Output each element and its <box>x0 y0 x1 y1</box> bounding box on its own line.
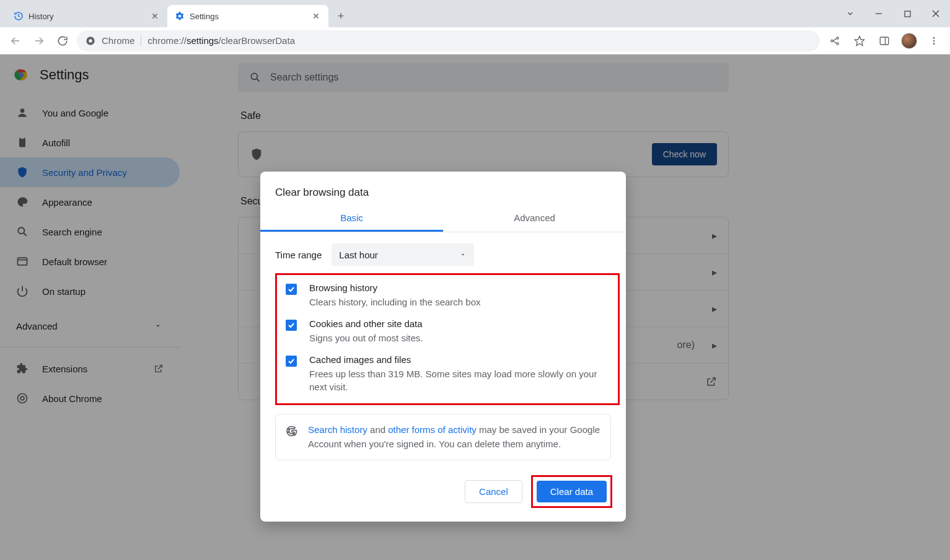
info-text: Search history and other forms of activi… <box>308 423 600 451</box>
svg-point-8 <box>831 40 833 42</box>
profile-avatar[interactable] <box>899 31 919 51</box>
dialog-actions: Cancel Clear data <box>260 460 626 522</box>
tab-history-title: History <box>29 12 145 21</box>
close-icon[interactable]: ✕ <box>150 11 160 21</box>
time-range-row: Time range Last hour <box>260 232 626 273</box>
url-scheme-label: Chrome <box>102 35 134 46</box>
chrome-page-icon <box>86 36 95 46</box>
dialog-title: Clear browsing data <box>260 172 626 206</box>
svg-point-16 <box>933 43 935 45</box>
option-title: Browsing history <box>309 282 481 293</box>
back-button[interactable] <box>6 32 25 50</box>
option-title: Cached images and files <box>309 354 609 365</box>
option-title: Cookies and other site data <box>309 318 423 329</box>
highlight-clear-button: Clear data <box>531 475 612 508</box>
separator <box>141 35 141 46</box>
option-cached-images[interactable]: Cached images and filesFrees up less tha… <box>277 348 618 397</box>
svg-marker-11 <box>855 36 864 45</box>
checkbox-checked-icon[interactable] <box>286 320 297 331</box>
sidepanel-button[interactable] <box>874 31 894 51</box>
google-account-info: Search history and other forms of activi… <box>275 414 611 460</box>
time-range-label: Time range <box>275 250 322 260</box>
settings-page: Settings You and Google Autofill Securit… <box>0 55 950 560</box>
close-window-button[interactable] <box>921 0 950 27</box>
gear-icon <box>175 11 185 21</box>
svg-point-14 <box>933 37 935 39</box>
checkbox-checked-icon[interactable] <box>286 356 297 367</box>
address-bar[interactable]: Chrome chrome://settings/clearBrowserDat… <box>77 30 820 51</box>
menu-button[interactable] <box>924 31 944 51</box>
svg-point-7 <box>89 39 92 42</box>
option-cookies[interactable]: Cookies and other site dataSigns you out… <box>277 312 618 348</box>
window-controls <box>836 0 950 27</box>
chevron-down-icon <box>459 251 467 258</box>
browser-toolbar: Chrome chrome://settings/clearBrowserDat… <box>0 27 950 55</box>
tab-basic[interactable]: Basic <box>260 206 443 232</box>
option-desc: Frees up less than 319 MB. Some sites ma… <box>309 367 609 393</box>
tab-history[interactable]: History ✕ <box>6 5 167 27</box>
tab-advanced[interactable]: Advanced <box>443 206 626 232</box>
new-tab-button[interactable]: + <box>332 7 350 25</box>
svg-point-15 <box>933 40 935 42</box>
svg-marker-34 <box>462 254 465 256</box>
tab-settings[interactable]: Settings ✕ <box>167 5 328 27</box>
minimize-button[interactable] <box>864 0 893 27</box>
browser-tab-strip: History ✕ Settings ✕ + <box>0 0 950 27</box>
bookmark-button[interactable] <box>850 31 869 51</box>
google-icon <box>286 425 298 437</box>
option-desc: Signs you out of most sites. <box>309 331 423 344</box>
clear-data-button[interactable]: Clear data <box>537 481 607 502</box>
search-tabs-button[interactable] <box>836 0 864 27</box>
checkbox-checked-icon[interactable] <box>286 284 297 295</box>
history-icon <box>14 11 24 21</box>
time-range-select[interactable]: Last hour <box>332 243 474 266</box>
highlight-checkboxes: Browsing historyClears history, includin… <box>275 273 620 405</box>
url-text: chrome://settings/clearBrowserData <box>147 35 295 46</box>
cancel-button[interactable]: Cancel <box>465 480 522 503</box>
svg-point-9 <box>837 37 838 38</box>
svg-point-10 <box>837 42 838 44</box>
option-browsing-history[interactable]: Browsing historyClears history, includin… <box>277 276 618 312</box>
option-desc: Clears history, including in the search … <box>309 295 481 308</box>
svg-rect-12 <box>880 37 889 45</box>
time-range-value: Last hour <box>339 250 378 260</box>
tab-settings-title: Settings <box>190 12 306 21</box>
link-other-activity[interactable]: other forms of activity <box>388 424 477 435</box>
forward-button[interactable] <box>30 32 48 50</box>
share-button[interactable] <box>825 31 845 51</box>
dialog-tabs: Basic Advanced <box>260 206 626 232</box>
maximize-button[interactable] <box>893 0 921 27</box>
link-search-history[interactable]: Search history <box>308 424 367 435</box>
reload-button[interactable] <box>53 32 72 50</box>
clear-browsing-data-dialog: Clear browsing data Basic Advanced Time … <box>260 172 626 522</box>
close-icon[interactable]: ✕ <box>311 11 321 21</box>
svg-rect-1 <box>905 11 910 17</box>
